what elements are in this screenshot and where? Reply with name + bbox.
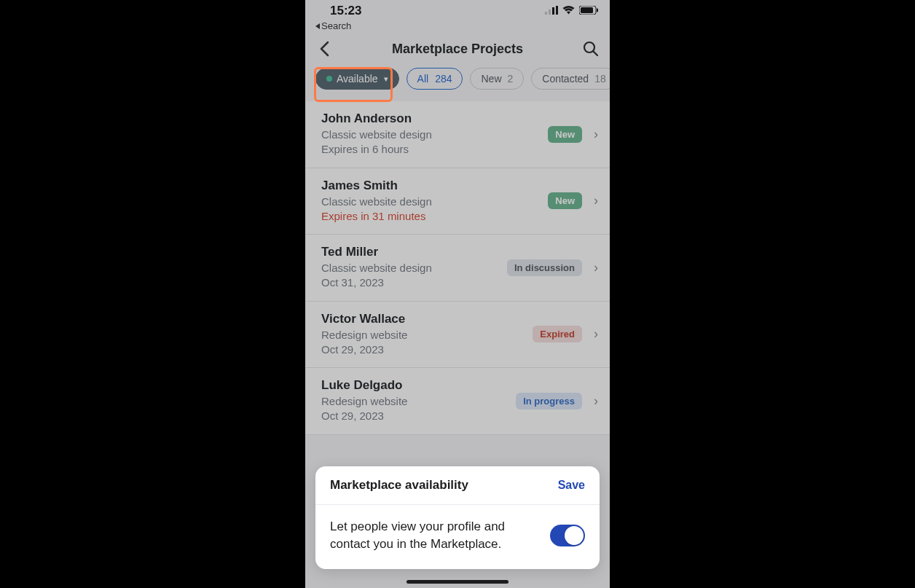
chevron-right-icon: › bbox=[589, 127, 598, 142]
phone-screen: 15:23 Search Marketplace Projects bbox=[305, 0, 610, 588]
project-meta: Expires in 31 minutes bbox=[321, 209, 541, 224]
filter-all-label: All bbox=[417, 73, 429, 85]
filter-bar: Available ▾ All 284 New 2 Contacted 18 I bbox=[305, 68, 610, 101]
availability-label: Available bbox=[337, 73, 378, 85]
project-row[interactable]: Luke DelgadoRedesign websiteOct 29, 2023… bbox=[305, 368, 610, 435]
project-name: Ted Miller bbox=[321, 245, 500, 259]
project-description: Classic website design bbox=[321, 195, 541, 209]
sheet-body: Let people view your profile and contact… bbox=[315, 505, 600, 569]
filter-contacted-count: 18 bbox=[594, 73, 606, 85]
filter-new-label: New bbox=[481, 73, 501, 85]
svg-rect-2 bbox=[552, 7, 554, 15]
chevron-right-icon: › bbox=[589, 393, 598, 409]
chevron-right-icon: › bbox=[589, 260, 598, 275]
chevron-right-icon: › bbox=[589, 326, 598, 342]
svg-rect-1 bbox=[549, 9, 551, 15]
svg-rect-5 bbox=[581, 7, 593, 13]
chevron-down-icon: ▾ bbox=[384, 74, 388, 84]
filter-contacted-label: Contacted bbox=[542, 73, 589, 85]
svg-rect-3 bbox=[556, 6, 558, 15]
sheet-title: Marketplace availability bbox=[330, 478, 468, 493]
project-name: James Smith bbox=[321, 179, 541, 193]
availability-toggle[interactable] bbox=[550, 525, 585, 546]
home-indicator[interactable] bbox=[407, 580, 508, 584]
project-meta: Oct 29, 2023 bbox=[321, 342, 525, 357]
project-row[interactable]: James SmithClassic website designExpires… bbox=[305, 168, 610, 235]
filter-chip-new[interactable]: New 2 bbox=[470, 68, 524, 90]
project-description: Classic website design bbox=[321, 128, 541, 142]
back-button[interactable] bbox=[315, 40, 333, 58]
back-search-label: Search bbox=[321, 20, 351, 31]
page-title: Marketplace Projects bbox=[392, 42, 523, 57]
svg-rect-0 bbox=[545, 12, 547, 15]
svg-line-8 bbox=[594, 52, 598, 56]
filter-new-count: 2 bbox=[508, 73, 514, 85]
project-row[interactable]: Ted MillerClassic website designOct 31, … bbox=[305, 235, 610, 302]
project-row-main: James SmithClassic website designExpires… bbox=[321, 179, 541, 224]
status-time: 15:23 bbox=[330, 4, 361, 18]
project-row-main: John AndersonClassic website designExpir… bbox=[321, 111, 541, 157]
project-row-main: Luke DelgadoRedesign websiteOct 29, 2023 bbox=[321, 378, 508, 424]
project-row[interactable]: John AndersonClassic website designExpir… bbox=[305, 101, 610, 168]
filter-chip-contacted[interactable]: Contacted 18 bbox=[531, 68, 610, 90]
status-badge: New bbox=[548, 192, 582, 209]
toggle-knob bbox=[565, 526, 584, 545]
nav-header: Marketplace Projects bbox=[305, 36, 610, 68]
filter-all-count: 284 bbox=[435, 73, 452, 85]
project-meta: Expires in 6 hours bbox=[321, 142, 541, 157]
status-badge: New bbox=[548, 126, 582, 143]
project-meta: Oct 31, 2023 bbox=[321, 275, 500, 290]
status-bar: 15:23 bbox=[305, 0, 610, 19]
project-description: Redesign website bbox=[321, 394, 508, 409]
status-badge: Expired bbox=[533, 326, 582, 342]
cellular-icon bbox=[545, 4, 558, 18]
availability-sheet: Marketplace availability Save Let people… bbox=[315, 466, 600, 569]
battery-icon bbox=[579, 4, 598, 18]
project-name: John Anderson bbox=[321, 111, 541, 126]
project-name: Victor Wallace bbox=[321, 312, 525, 326]
status-indicators bbox=[545, 4, 598, 18]
project-description: Redesign website bbox=[321, 328, 525, 342]
filter-chip-all[interactable]: All 284 bbox=[407, 68, 463, 90]
save-button[interactable]: Save bbox=[558, 479, 585, 492]
project-row-main: Victor WallaceRedesign websiteOct 29, 20… bbox=[321, 312, 525, 358]
project-name: Luke Delgado bbox=[321, 378, 508, 393]
project-description: Classic website design bbox=[321, 261, 500, 275]
svg-rect-6 bbox=[597, 9, 598, 12]
back-to-search-link[interactable]: Search bbox=[305, 19, 610, 36]
sheet-header: Marketplace availability Save bbox=[315, 466, 600, 505]
wifi-icon bbox=[562, 4, 575, 18]
back-triangle-icon bbox=[315, 23, 320, 29]
availability-dot-icon bbox=[326, 76, 332, 82]
search-button[interactable] bbox=[582, 40, 600, 58]
chevron-left-icon bbox=[319, 41, 329, 57]
project-row-main: Ted MillerClassic website designOct 31, … bbox=[321, 245, 500, 291]
sheet-description: Let people view your profile and contact… bbox=[330, 518, 537, 553]
chevron-right-icon: › bbox=[589, 193, 598, 208]
search-icon bbox=[583, 41, 599, 57]
project-meta: Oct 29, 2023 bbox=[321, 409, 508, 423]
project-list: John AndersonClassic website designExpir… bbox=[305, 101, 610, 435]
project-row[interactable]: Victor WallaceRedesign websiteOct 29, 20… bbox=[305, 302, 610, 369]
availability-filter-chip[interactable]: Available ▾ bbox=[315, 68, 399, 90]
status-badge: In progress bbox=[516, 393, 582, 409]
status-badge: In discussion bbox=[507, 259, 582, 276]
